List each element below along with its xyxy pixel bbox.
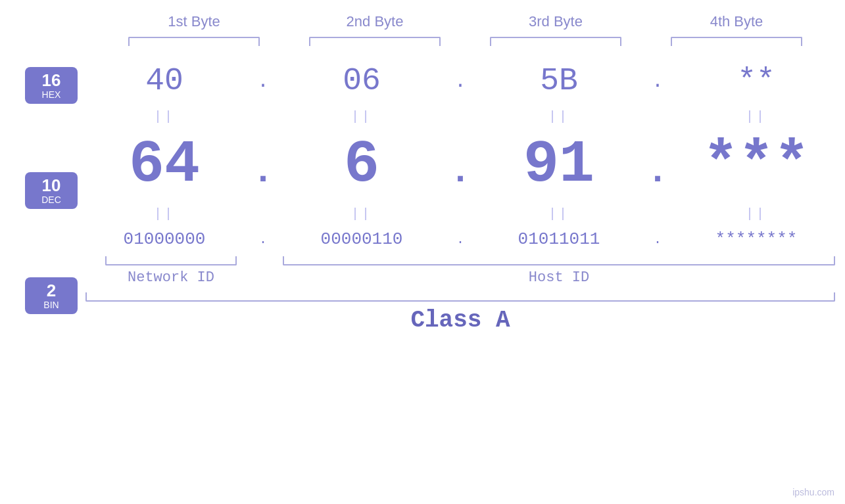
bin-byte2: 00000110	[289, 227, 434, 252]
bin-badge: 2 BIN	[25, 277, 78, 315]
hex-row: 40 . 06 . 5B . **	[85, 59, 835, 103]
hex-byte1: 40	[92, 59, 237, 103]
hex-byte4: **	[684, 59, 829, 103]
equals-row-2: || || || ||	[85, 200, 835, 227]
byte-headers: 1st Byte 2nd Byte 3rd Byte 4th Byte	[104, 13, 827, 30]
network-id-bracket: Network ID	[85, 256, 256, 286]
dec-badge-wrapper: 10 DEC	[25, 145, 78, 243]
bin-dot1: .	[250, 232, 276, 247]
bin-byte3: 01011011	[487, 227, 631, 252]
hex-byte2: 06	[289, 59, 434, 103]
host-id-bracket: Host ID	[283, 256, 835, 286]
byte3-header: 3rd Byte	[483, 13, 628, 30]
dec-dot1: .	[250, 138, 276, 193]
eq1-b4: ||	[684, 109, 829, 124]
eq2-b2: ||	[289, 206, 434, 221]
hex-badge-number: 16	[28, 71, 75, 90]
eq1-b1: ||	[92, 109, 237, 124]
bin-badge-wrapper: 2 BIN	[25, 269, 78, 329]
network-host-bracket-row: Network ID Host ID	[85, 256, 835, 286]
network-id-label: Network ID	[128, 269, 214, 286]
left-badges: 16 HEX 10 DEC 2 BIN	[0, 59, 85, 334]
nh-spacer1	[256, 256, 283, 286]
dec-badge: 10 DEC	[25, 172, 78, 210]
eq2-b3: ||	[487, 206, 631, 221]
dec-dot2: .	[447, 138, 473, 193]
byte2-header: 2nd Byte	[302, 13, 447, 30]
byte1-header: 1st Byte	[122, 13, 266, 30]
dec-badge-number: 10	[28, 176, 75, 195]
dec-byte2: 6	[289, 129, 434, 200]
bin-badge-number: 2	[28, 281, 75, 300]
top-brackets	[104, 37, 827, 46]
eq2-b4: ||	[684, 206, 829, 221]
network-bracket-bottom	[105, 256, 237, 265]
byte4-header: 4th Byte	[664, 13, 809, 30]
eq1-b2: ||	[289, 109, 434, 124]
eq1-b3: ||	[487, 109, 631, 124]
bracket-byte1	[128, 37, 260, 46]
dec-byte4: ***	[684, 129, 829, 200]
host-id-label: Host ID	[529, 269, 589, 286]
watermark: ipshu.com	[792, 487, 834, 497]
hex-byte3: 5B	[487, 59, 631, 103]
host-bracket-bottom	[283, 256, 835, 265]
bin-badge-label: BIN	[28, 300, 75, 310]
bin-dot2: .	[447, 232, 473, 247]
class-bracket-bottom	[85, 292, 835, 302]
equals-row-1: || || || ||	[85, 103, 835, 129]
bracket-byte2	[309, 37, 441, 46]
hex-dot2: .	[447, 70, 473, 93]
rows-wrapper: 16 HEX 10 DEC 2 BIN	[0, 59, 845, 334]
eq2-b1: ||	[92, 206, 237, 221]
dec-row: 64 . 6 . 91 . ***	[85, 129, 835, 200]
bin-row: 01000000 . 00000110 . 01011011 . *******…	[85, 227, 835, 252]
hex-badge-label: HEX	[28, 89, 75, 100]
hex-dot1: .	[250, 70, 276, 93]
bin-dot3: .	[644, 232, 671, 247]
hex-badge: 16 HEX	[25, 67, 78, 104]
dec-byte3: 91	[487, 129, 631, 200]
dec-badge-label: DEC	[28, 195, 75, 205]
hex-dot3: .	[644, 70, 671, 93]
dec-dot3: .	[644, 138, 671, 193]
class-a-label: Class A	[410, 307, 510, 334]
hex-badge-wrapper: 16 HEX	[25, 59, 78, 118]
bin-byte1: 01000000	[92, 227, 237, 252]
bin-byte4: ********	[684, 227, 829, 252]
bracket-byte3	[490, 37, 621, 46]
class-a-section: Class A	[85, 292, 835, 334]
data-columns: 40 . 06 . 5B . ** || || || || 64	[85, 59, 845, 334]
bracket-byte4	[671, 37, 802, 46]
dec-byte1: 64	[92, 129, 237, 200]
main-container: 1st Byte 2nd Byte 3rd Byte 4th Byte 16 H…	[0, 0, 845, 504]
